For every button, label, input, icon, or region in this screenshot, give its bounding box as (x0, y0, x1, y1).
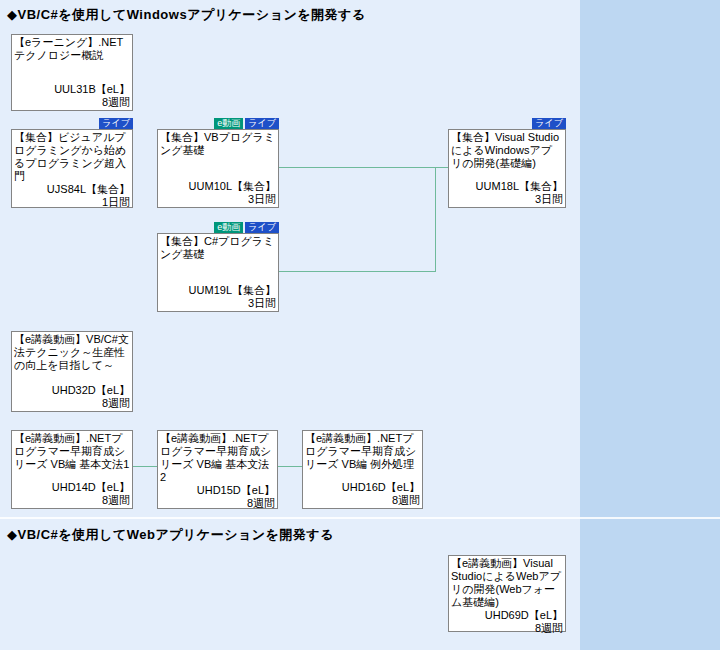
course-duration: 3日間 (160, 297, 276, 310)
badge-row: ライブ (448, 118, 566, 129)
course-duration: 8週間 (14, 397, 130, 410)
badge-row: ライブ (11, 118, 133, 129)
connector-line (278, 466, 302, 467)
course-duration: 1日間 (14, 196, 130, 209)
course-card-UHD69D[interactable]: 【e講義動画】Visual StudioによるWebアプリの開発(Webフォーム… (448, 555, 566, 632)
course-card-UHD32D[interactable]: 【e講義動画】VB/C#文法テクニック～生産性の向上を目指して～ UHD32D【… (11, 331, 133, 412)
course-card-UHD16D[interactable]: 【e講義動画】.NETプログラマー早期育成シリーズ VB編 例外処理 UHD16… (302, 430, 423, 509)
course-code: UHD16D【eL】 (305, 481, 420, 494)
badge-row: e動画 ライブ (157, 118, 279, 129)
course-title: 【集合】ビジュアルプログラミングから始めるプログラミング超入門 (14, 131, 130, 183)
right-highlight-band (580, 0, 720, 650)
evideo-badge: e動画 (214, 222, 243, 233)
course-code: UUM18L【集合】 (451, 180, 563, 193)
course-title: 【集合】C#プログラミング基礎 (160, 235, 276, 261)
course-code: UHD15D【eL】 (160, 484, 275, 497)
course-card-UUL31B[interactable]: 【eラーニング】.NETテクノロジー概説 UUL31B【eL】 8週間 (11, 34, 133, 111)
course-title: 【集合】Visual StudioによるWindowsアプリの開発(基礎編) (451, 131, 563, 170)
course-title: 【eラーニング】.NETテクノロジー概説 (14, 36, 130, 62)
course-duration: 8週間 (160, 497, 275, 510)
course-card-UHD15D[interactable]: 【e講義動画】.NETプログラマー早期育成シリーズ VB編 基本文法2 UHD1… (157, 430, 278, 509)
course-duration: 8週間 (305, 494, 420, 507)
course-card-UHD14D[interactable]: 【e講義動画】.NETプログラマー早期育成シリーズ VB編 基本文法1 UHD1… (11, 430, 133, 509)
section-title-windows: ◆VB/C#を使用してWindowsアプリケーションを開発する (7, 6, 366, 24)
course-duration: 3日間 (451, 193, 563, 206)
course-code: UHD14D【eL】 (14, 481, 130, 494)
course-duration: 8週間 (14, 494, 130, 507)
evideo-badge: e動画 (214, 118, 243, 129)
course-duration: 8週間 (14, 96, 130, 109)
badge-row: e動画 ライブ (157, 222, 279, 233)
course-code: UHD69D【eL】 (451, 609, 563, 622)
connector-line (279, 271, 436, 272)
course-duration: 3日間 (160, 193, 276, 206)
course-title: 【e講義動画】.NETプログラマー早期育成シリーズ VB編 基本文法2 (160, 432, 275, 484)
course-code: UUM10L【集合】 (160, 180, 276, 193)
course-card-UUM10L[interactable]: 【集合】VBプログラミング基礎 UUM10L【集合】 3日間 (157, 129, 279, 208)
course-card-UUM18L[interactable]: 【集合】Visual StudioによるWindowsアプリの開発(基礎編) U… (448, 129, 566, 208)
course-title: 【e講義動画】.NETプログラマー早期育成シリーズ VB編 例外処理 (305, 432, 420, 471)
course-code: UUL31B【eL】 (14, 83, 130, 96)
course-title: 【e講義動画】VB/C#文法テクニック～生産性の向上を目指して～ (14, 333, 130, 372)
section-title-web: ◆VB/C#を使用してWebアプリケーションを開発する (7, 526, 334, 544)
connector-line (279, 167, 448, 168)
live-badge: ライブ (99, 118, 133, 129)
course-card-UJS84L[interactable]: 【集合】ビジュアルプログラミングから始めるプログラミング超入門 UJS84L【集… (11, 129, 133, 208)
course-code: UHD32D【eL】 (14, 384, 130, 397)
connector-line (435, 167, 436, 272)
course-duration: 8週間 (451, 622, 563, 635)
course-title: 【e講義動画】.NETプログラマー早期育成シリーズ VB編 基本文法1 (14, 432, 130, 471)
connector-line (133, 466, 157, 467)
course-code: UJS84L【集合】 (14, 183, 130, 196)
course-title: 【集合】VBプログラミング基礎 (160, 131, 276, 157)
course-code: UUM19L【集合】 (160, 284, 276, 297)
live-badge: ライブ (532, 118, 566, 129)
curriculum-chart: ◆VB/C#を使用してWindowsアプリケーションを開発する ◆VB/C#を使… (0, 0, 720, 650)
section-divider (0, 517, 720, 519)
live-badge: ライブ (245, 118, 279, 129)
course-card-UUM19L[interactable]: 【集合】C#プログラミング基礎 UUM19L【集合】 3日間 (157, 233, 279, 312)
course-title: 【e講義動画】Visual StudioによるWebアプリの開発(Webフォーム… (451, 557, 563, 609)
live-badge: ライブ (245, 222, 279, 233)
